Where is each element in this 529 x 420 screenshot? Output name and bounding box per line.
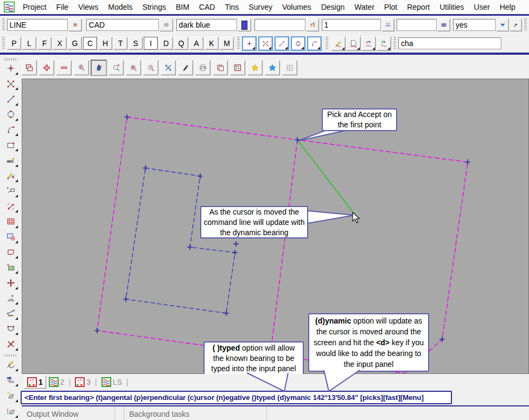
cad-linestyle-weight-input[interactable]: 1	[322, 19, 381, 31]
menu-models[interactable]: Models	[103, 3, 137, 11]
snap-button-p[interactable]: P	[7, 37, 21, 50]
output-window-button[interactable]: Output Window	[22, 406, 115, 420]
cad-height-input[interactable]	[254, 19, 305, 31]
hatch-colour-tool-button[interactable]	[3, 404, 18, 418]
polygon-tool-button[interactable]	[3, 245, 18, 259]
text-tool-button[interactable]: abc	[3, 153, 18, 167]
xnode-tool-button[interactable]	[3, 77, 18, 91]
menu-file[interactable]: File	[52, 3, 74, 11]
cad-yes-input[interactable]: yes	[453, 19, 496, 31]
copy-view-button[interactable]	[213, 60, 228, 75]
toolbar-drag-handle[interactable]	[4, 58, 17, 61]
symbol-tool-button[interactable]	[3, 169, 18, 183]
favourites-button[interactable]	[247, 60, 263, 75]
snap-button-a[interactable]: A	[189, 37, 203, 50]
cad-model-input[interactable]: CAD	[86, 19, 160, 31]
redraw-button[interactable]	[161, 60, 176, 75]
point-to-box-tool-button[interactable]	[3, 184, 18, 198]
snap-button-x[interactable]: X	[53, 37, 67, 50]
draw-mode-button[interactable]	[178, 60, 193, 75]
template-tool-button[interactable]	[3, 373, 18, 387]
colour-picker-button[interactable]	[238, 18, 251, 31]
menu-utilities[interactable]: Utilities	[435, 3, 469, 11]
style-picker-button[interactable]	[437, 18, 450, 31]
menu-strings[interactable]: Strings	[137, 3, 171, 11]
create-arc-tool-button[interactable]	[307, 36, 322, 51]
snap-button-l[interactable]: L	[22, 37, 36, 50]
toolbar-drag-handle[interactable]	[326, 37, 328, 50]
circle-tool-button[interactable]	[3, 108, 18, 121]
menu-volumes[interactable]: Volumes	[277, 3, 316, 11]
table-tool-button[interactable]	[3, 215, 18, 228]
background-tasks-button[interactable]: Background tasks	[124, 406, 267, 420]
create-xnode-tool-button[interactable]	[258, 36, 273, 51]
point-tool-button[interactable]	[3, 62, 18, 75]
rectangle-tool-button[interactable]	[3, 138, 18, 152]
snap-button-i[interactable]: I	[144, 37, 158, 50]
snap-button-h[interactable]: H	[98, 37, 112, 50]
layout-button[interactable]	[282, 60, 297, 75]
toolbar-drag-handle[interactable]	[237, 37, 240, 50]
image-tool-button[interactable]	[3, 261, 18, 274]
measure-tool-button[interactable]	[3, 199, 18, 213]
cad-colour-input[interactable]: dark blue	[176, 19, 238, 31]
view-menu-button[interactable]	[230, 60, 245, 75]
menu-project[interactable]: Project	[18, 3, 52, 11]
cad-page-button[interactable]	[346, 36, 361, 51]
menu-cad[interactable]: CAD	[194, 3, 220, 11]
snap-button-s[interactable]: S	[129, 37, 143, 50]
cad-name-input[interactable]: LINE	[7, 19, 68, 31]
window-copy-tool-button[interactable]	[3, 230, 18, 244]
zoom-out-button[interactable]	[56, 60, 72, 75]
shield-polygon-tool-button[interactable]	[3, 322, 18, 335]
zoom-shrink-button[interactable]	[126, 60, 141, 75]
menu-user[interactable]: User	[469, 3, 495, 11]
create-point-tool-button[interactable]	[242, 36, 257, 51]
menu-help[interactable]: Help	[495, 3, 520, 11]
view-tab-ls[interactable]: LS	[99, 376, 125, 388]
toolbar-drag-handle[interactable]	[4, 354, 17, 357]
cad-rotate-button[interactable]	[361, 36, 376, 51]
toolbar-drag-handle[interactable]	[2, 37, 5, 50]
toolbar-drag-handle[interactable]	[393, 37, 396, 50]
zoom-dynamic-button[interactable]	[109, 60, 124, 75]
freehand-tool-button[interactable]	[3, 358, 18, 371]
snap-button-g[interactable]: G	[68, 37, 82, 50]
menu-bim[interactable]: BIM	[171, 3, 194, 11]
hatch-tool-button[interactable]	[3, 389, 18, 403]
translate-tool-button[interactable]	[3, 276, 18, 289]
command-search-input[interactable]: cha	[398, 37, 501, 49]
toolbar-drag-handle[interactable]	[524, 18, 527, 31]
command-line-input[interactable]: <Enter first bearing> (t)angental (p)erp…	[21, 391, 452, 404]
pan-button[interactable]	[91, 60, 106, 75]
cad-style-input[interactable]	[397, 19, 437, 31]
create-circle-tool-button[interactable]	[291, 36, 305, 51]
height-picker-button[interactable]: z	[306, 18, 319, 31]
eyedropper-button[interactable]	[509, 18, 522, 31]
menu-plot[interactable]: Plot	[379, 3, 402, 11]
menu-views[interactable]: Views	[73, 3, 103, 11]
snap-button-k[interactable]: K	[205, 37, 219, 50]
zoom-extents-button[interactable]	[74, 60, 89, 75]
snap-button-d[interactable]: D	[159, 37, 173, 50]
menu-survey[interactable]: Survey	[244, 3, 277, 11]
arc-tool-button[interactable]	[3, 123, 18, 137]
model-picker-button[interactable]	[160, 18, 173, 31]
snap-button-t[interactable]: T	[113, 37, 128, 50]
menu-tins[interactable]: Tins	[220, 3, 244, 11]
cad-spiral-button[interactable]	[377, 36, 391, 51]
snap-button-c[interactable]: C	[83, 37, 97, 50]
view-tab-2[interactable]: 2	[46, 376, 67, 388]
view-save-button[interactable]	[22, 60, 37, 75]
menu-report[interactable]: Report	[402, 3, 435, 11]
yes-dropdown-button[interactable]	[496, 18, 509, 31]
snap-button-q[interactable]: Q	[174, 37, 188, 50]
snap-button-f[interactable]: F	[37, 37, 52, 50]
plot-button[interactable]	[195, 60, 211, 75]
view-tab-1[interactable]: 1	[24, 376, 46, 389]
zoom-in-button[interactable]	[39, 60, 54, 75]
menu-water[interactable]: Water	[349, 3, 379, 11]
create-line-tool-button[interactable]	[275, 36, 289, 51]
toolbar-drag-handle[interactable]	[2, 18, 5, 31]
colour-line-tool-button[interactable]	[3, 307, 18, 320]
